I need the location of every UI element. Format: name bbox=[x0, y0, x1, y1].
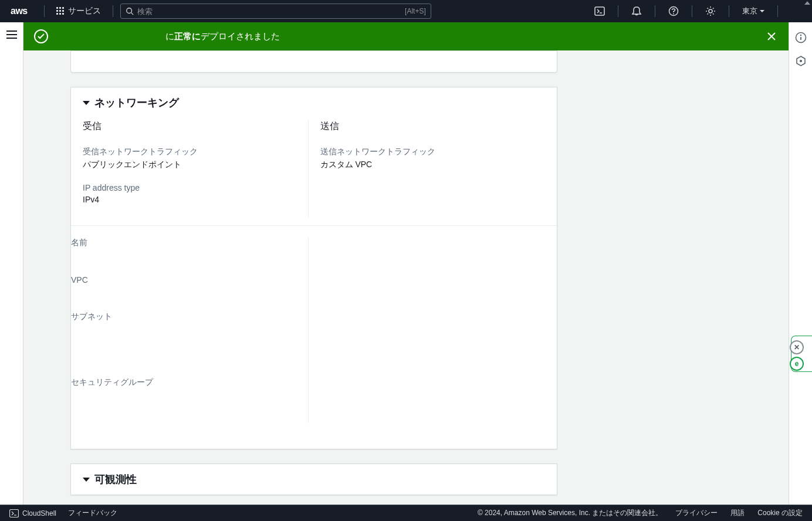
svg-rect-7 bbox=[59, 13, 61, 15]
cloudshell-button[interactable]: CloudShell bbox=[9, 509, 56, 517]
chevron-down-icon bbox=[760, 10, 764, 12]
svg-rect-2 bbox=[62, 7, 64, 9]
services-menu[interactable]: サービス bbox=[49, 0, 108, 22]
svg-point-15 bbox=[709, 9, 712, 13]
svg-line-10 bbox=[131, 13, 133, 15]
widget-close-icon[interactable]: ✕ bbox=[790, 340, 804, 354]
info-icon[interactable] bbox=[795, 32, 807, 43]
ip-type-value: IPv4 bbox=[83, 195, 308, 204]
sg-value bbox=[71, 390, 308, 400]
privacy-link[interactable]: プライバシー bbox=[675, 508, 718, 518]
divider bbox=[777, 5, 778, 17]
copyright-text: © 2024, Amazon Web Services, Inc. またはその関… bbox=[478, 508, 662, 518]
name-value bbox=[71, 251, 308, 260]
success-banner: に正常にデプロイされました bbox=[23, 22, 789, 50]
svg-rect-8 bbox=[62, 13, 64, 15]
cloudshell-label: CloudShell bbox=[22, 509, 56, 517]
right-rail bbox=[789, 22, 812, 505]
search-shortcut-hint: [Alt+S] bbox=[405, 7, 426, 15]
search-input[interactable] bbox=[134, 7, 405, 16]
inbound-traffic-label: 受信ネットワークトラフィック bbox=[83, 147, 308, 157]
observability-panel: 可観測性 bbox=[70, 464, 557, 495]
success-check-icon bbox=[34, 29, 48, 43]
settings-icon[interactable] bbox=[697, 0, 724, 22]
menu-toggle-icon[interactable] bbox=[6, 31, 17, 39]
svg-rect-26 bbox=[10, 509, 19, 517]
help-icon[interactable] bbox=[660, 0, 687, 22]
widget-expand-icon[interactable]: e bbox=[790, 357, 804, 371]
svg-point-25 bbox=[800, 60, 802, 62]
cookies-link[interactable]: Cookie の設定 bbox=[757, 508, 803, 518]
footer: CloudShell フィードバック © 2024, Amazon Web Se… bbox=[0, 505, 812, 521]
divider bbox=[113, 5, 113, 17]
main-content: に正常にデプロイされました ネットワーキング 受信 bbox=[23, 22, 789, 505]
svg-point-22 bbox=[800, 35, 801, 36]
divider bbox=[729, 5, 729, 17]
outbound-heading: 送信 bbox=[320, 120, 546, 133]
panel-header[interactable]: ネットワーキング bbox=[71, 87, 557, 118]
svg-point-14 bbox=[673, 13, 674, 15]
svg-point-9 bbox=[127, 8, 132, 13]
svg-rect-4 bbox=[59, 10, 61, 12]
networking-panel: ネットワーキング 受信 受信ネットワークトラフィック パブリックエンドポイント … bbox=[70, 87, 557, 449]
scroll-up-indicator[interactable] bbox=[802, 0, 812, 6]
terms-link[interactable]: 用語 bbox=[730, 508, 745, 518]
collapse-caret-icon[interactable] bbox=[83, 101, 90, 105]
divider bbox=[692, 5, 692, 17]
services-label: サービス bbox=[68, 6, 101, 16]
grid-icon bbox=[56, 7, 65, 15]
inbound-traffic-value: パブリックエンドポイント bbox=[83, 160, 308, 170]
panel-title: ネットワーキング bbox=[94, 96, 179, 110]
close-banner-button[interactable] bbox=[765, 30, 778, 43]
inbound-heading: 受信 bbox=[83, 120, 308, 133]
svg-rect-5 bbox=[62, 10, 64, 12]
search-box[interactable]: [Alt+S] bbox=[120, 4, 431, 19]
vpc-value bbox=[71, 287, 308, 296]
divider bbox=[618, 5, 618, 17]
collapsed-panel-stub bbox=[70, 50, 557, 73]
sg-label: セキュリティグループ bbox=[71, 377, 308, 388]
subnet-label: サブネット bbox=[71, 312, 308, 322]
subnet-value bbox=[71, 324, 308, 362]
hexagon-icon[interactable] bbox=[795, 55, 807, 67]
svg-rect-6 bbox=[56, 13, 58, 15]
svg-rect-3 bbox=[56, 10, 58, 12]
search-icon bbox=[126, 7, 134, 15]
top-nav: aws サービス [Alt+S] 東京 bbox=[0, 0, 812, 22]
feedback-link[interactable]: フィードバック bbox=[68, 508, 117, 518]
topnav-actions: 東京 bbox=[586, 0, 812, 22]
left-rail bbox=[0, 22, 23, 505]
banner-message: に正常にデプロイされました bbox=[165, 31, 280, 42]
vpc-label: VPC bbox=[71, 275, 308, 285]
region-label: 東京 bbox=[742, 6, 757, 16]
collapse-caret-icon[interactable] bbox=[83, 478, 90, 482]
outbound-traffic-value: カスタム VPC bbox=[320, 160, 546, 170]
panel-header[interactable]: 可観測性 bbox=[71, 464, 557, 495]
floating-widget[interactable]: ✕ e bbox=[790, 340, 804, 371]
aws-logo[interactable]: aws bbox=[11, 6, 28, 16]
panel-title: 可観測性 bbox=[94, 472, 137, 486]
cloudshell-icon[interactable] bbox=[586, 0, 613, 22]
region-selector[interactable]: 東京 bbox=[734, 0, 773, 22]
outbound-traffic-label: 送信ネットワークトラフィック bbox=[320, 147, 546, 157]
divider bbox=[655, 5, 655, 17]
ip-type-label: IP address type bbox=[83, 183, 308, 192]
name-label: 名前 bbox=[71, 238, 308, 248]
notifications-icon[interactable] bbox=[623, 0, 650, 22]
svg-rect-1 bbox=[59, 7, 61, 9]
divider bbox=[44, 5, 45, 17]
svg-rect-0 bbox=[56, 7, 58, 9]
